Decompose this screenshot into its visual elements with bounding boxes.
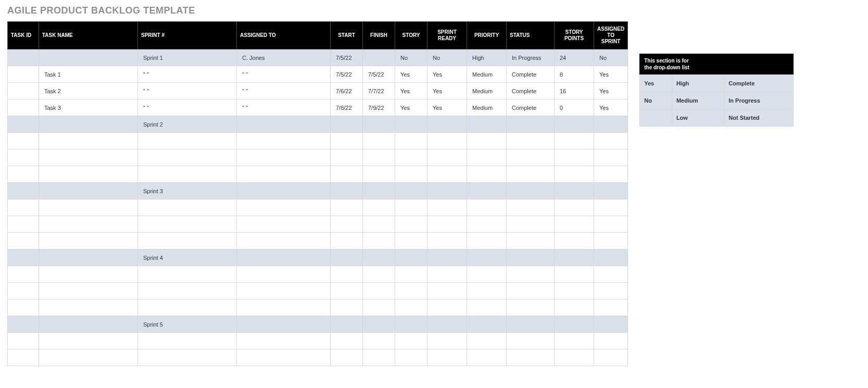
cell[interactable] (507, 166, 555, 183)
th-task-name[interactable]: TASK NAME (39, 22, 138, 49)
th-sprint-num[interactable]: SPRINT # (138, 22, 237, 49)
cell[interactable] (8, 266, 39, 283)
cell[interactable]: 7/7/22 (363, 83, 395, 99)
cell[interactable] (331, 183, 363, 199)
cell[interactable] (8, 166, 39, 183)
cell[interactable] (395, 166, 427, 183)
cell[interactable] (594, 249, 628, 266)
cell[interactable] (467, 116, 507, 133)
cell[interactable] (395, 233, 427, 249)
cell[interactable] (138, 266, 237, 283)
cell[interactable] (507, 316, 555, 333)
th-finish[interactable]: FINISH (363, 22, 395, 49)
cell[interactable] (39, 266, 138, 283)
cell[interactable]: Yes (594, 66, 628, 83)
cell[interactable] (555, 133, 594, 149)
cell[interactable] (8, 216, 39, 233)
cell[interactable]: Complete (507, 66, 555, 83)
cell[interactable] (363, 249, 395, 266)
cell[interactable] (8, 83, 39, 99)
cell[interactable] (594, 283, 628, 299)
cell[interactable] (39, 183, 138, 199)
cell[interactable]: " " (138, 66, 237, 83)
cell[interactable] (331, 333, 363, 349)
cell[interactable]: 7/9/22 (363, 99, 395, 116)
cell[interactable] (467, 133, 507, 149)
cell[interactable] (8, 233, 39, 249)
cell[interactable] (555, 283, 594, 299)
cell[interactable] (594, 149, 628, 166)
cell[interactable] (467, 199, 507, 216)
cell[interactable] (555, 266, 594, 283)
cell[interactable]: " " (237, 66, 331, 83)
cell[interactable] (331, 316, 363, 333)
cell[interactable] (395, 349, 427, 366)
th-sprint-ready[interactable]: SPRINT READY (427, 22, 467, 49)
cell[interactable]: " " (237, 99, 331, 116)
cell[interactable] (237, 216, 331, 233)
cell[interactable] (507, 349, 555, 366)
cell[interactable]: Medium (467, 99, 507, 116)
cell[interactable] (594, 233, 628, 249)
cell[interactable]: 7/6/22 (331, 83, 363, 99)
cell[interactable] (331, 266, 363, 283)
cell[interactable] (138, 283, 237, 299)
cell[interactable] (331, 116, 363, 133)
cell[interactable] (427, 266, 467, 283)
cell[interactable] (39, 216, 138, 233)
th-assigned-to[interactable]: ASSIGNED TO (237, 22, 331, 49)
cell[interactable] (331, 216, 363, 233)
cell[interactable]: Complete (507, 99, 555, 116)
cell[interactable] (237, 349, 331, 366)
th-status[interactable]: STATUS (507, 22, 555, 49)
cell[interactable] (467, 149, 507, 166)
cell[interactable] (39, 166, 138, 183)
cell[interactable] (363, 199, 395, 216)
cell[interactable] (507, 249, 555, 266)
cell[interactable]: No (427, 49, 467, 66)
cell[interactable] (138, 299, 237, 316)
cell[interactable] (237, 149, 331, 166)
cell[interactable] (594, 199, 628, 216)
cell[interactable] (39, 333, 138, 349)
cell[interactable]: 7/5/22 (331, 49, 363, 66)
cell[interactable] (8, 116, 39, 133)
cell[interactable]: Task 1 (39, 66, 138, 83)
cell[interactable]: Yes (427, 83, 467, 99)
cell[interactable] (8, 283, 39, 299)
cell[interactable] (467, 183, 507, 199)
cell[interactable] (331, 149, 363, 166)
cell[interactable] (363, 133, 395, 149)
cell[interactable] (427, 183, 467, 199)
cell[interactable] (467, 266, 507, 283)
cell[interactable] (138, 149, 237, 166)
cell[interactable] (237, 249, 331, 266)
cell[interactable] (237, 333, 331, 349)
cell[interactable] (8, 349, 39, 366)
cell[interactable] (594, 333, 628, 349)
cell[interactable]: Task 3 (39, 99, 138, 116)
cell[interactable]: 7/5/22 (363, 66, 395, 83)
cell[interactable]: Yes (395, 99, 427, 116)
cell[interactable] (467, 333, 507, 349)
cell[interactable] (594, 133, 628, 149)
cell[interactable] (39, 316, 138, 333)
cell[interactable] (331, 199, 363, 216)
cell[interactable] (8, 199, 39, 216)
cell[interactable] (427, 199, 467, 216)
cell[interactable] (363, 316, 395, 333)
cell[interactable] (395, 266, 427, 283)
cell[interactable]: 24 (555, 49, 594, 66)
cell[interactable] (427, 349, 467, 366)
th-priority[interactable]: PRIORITY (467, 22, 507, 49)
cell[interactable]: No (395, 49, 427, 66)
cell[interactable]: Yes (427, 99, 467, 116)
cell[interactable] (8, 333, 39, 349)
cell[interactable]: Sprint 4 (138, 249, 237, 266)
cell[interactable] (138, 233, 237, 249)
cell[interactable] (395, 316, 427, 333)
cell[interactable] (555, 316, 594, 333)
cell[interactable] (395, 299, 427, 316)
cell[interactable] (395, 116, 427, 133)
cell[interactable] (594, 183, 628, 199)
